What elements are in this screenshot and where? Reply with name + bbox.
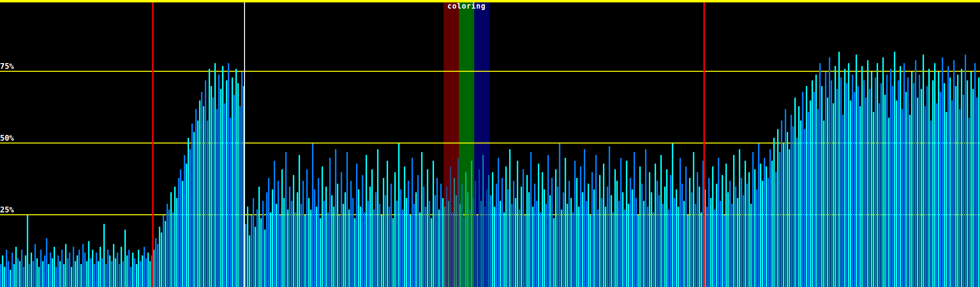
- bar: [306, 169, 308, 287]
- bar: [549, 195, 551, 287]
- bar: [159, 227, 160, 287]
- bar: [838, 52, 840, 287]
- bar: [218, 75, 220, 287]
- bar: [121, 247, 122, 287]
- bar: [214, 63, 216, 287]
- bar: [718, 158, 719, 287]
- bar: [678, 207, 679, 287]
- bar: [609, 146, 610, 287]
- bar: [90, 258, 91, 287]
- bar: [281, 169, 283, 287]
- bar: [456, 195, 457, 287]
- bar: [720, 201, 721, 287]
- bar: [921, 89, 922, 287]
- usage-meter-chart: 75%50%25% coloring: [0, 0, 980, 287]
- bar: [637, 215, 639, 287]
- bar: [480, 201, 482, 287]
- bar: [668, 210, 669, 287]
- bar: [643, 201, 645, 287]
- bar: [802, 92, 803, 287]
- bar: [911, 72, 913, 287]
- bar: [526, 175, 528, 287]
- bar: [161, 232, 162, 287]
- bar: [877, 63, 878, 287]
- bar: [498, 158, 499, 287]
- bar: [542, 172, 543, 287]
- bar: [628, 204, 629, 287]
- bar: [113, 244, 114, 287]
- bar: [496, 184, 497, 287]
- bar: [368, 201, 369, 287]
- bar: [220, 89, 222, 287]
- bar: [168, 210, 170, 287]
- bar: [11, 253, 13, 287]
- bar: [572, 212, 574, 287]
- bar: [341, 172, 342, 287]
- bar: [519, 210, 520, 287]
- bar: [947, 66, 949, 287]
- bar: [360, 207, 361, 287]
- bar: [750, 204, 752, 287]
- bar: [33, 261, 34, 287]
- bar: [308, 198, 310, 287]
- bar: [965, 55, 966, 287]
- bar: [442, 198, 444, 287]
- bar: [398, 144, 400, 287]
- bar: [930, 121, 932, 287]
- bar: [216, 109, 218, 287]
- bar: [291, 201, 292, 287]
- bar: [117, 253, 118, 287]
- bar: [861, 66, 863, 287]
- bar: [716, 184, 717, 287]
- bar: [285, 152, 287, 287]
- bar: [729, 181, 731, 287]
- bar: [951, 100, 953, 287]
- bar: [536, 201, 537, 287]
- bar: [530, 152, 532, 287]
- bar: [477, 215, 478, 287]
- bar: [17, 258, 19, 287]
- bar: [469, 210, 470, 287]
- bar: [471, 161, 472, 287]
- bar: [444, 207, 445, 287]
- bar: [748, 172, 750, 287]
- bar: [10, 270, 11, 287]
- bar: [320, 218, 321, 287]
- bar: [792, 126, 794, 287]
- bar: [825, 72, 826, 287]
- bar: [29, 264, 30, 287]
- bar: [540, 212, 541, 287]
- bar: [193, 132, 195, 287]
- bar: [561, 210, 562, 287]
- bar: [80, 264, 82, 287]
- bar: [509, 149, 511, 287]
- bar: [176, 198, 178, 287]
- bar: [957, 75, 958, 287]
- bar: [101, 258, 103, 287]
- bar: [666, 169, 668, 287]
- bar: [574, 161, 576, 287]
- bar: [664, 187, 666, 287]
- bar: [532, 207, 534, 287]
- bar: [375, 192, 377, 287]
- bar: [283, 198, 285, 287]
- bar: [2, 255, 3, 287]
- bar: [155, 238, 156, 287]
- bar: [390, 184, 392, 287]
- bar: [163, 215, 164, 287]
- bar: [500, 201, 501, 287]
- bar: [366, 155, 367, 287]
- bar: [737, 198, 738, 287]
- bar: [867, 60, 869, 287]
- bar: [235, 69, 237, 287]
- bar: [779, 152, 780, 287]
- bar: [923, 55, 924, 287]
- bar: [651, 192, 652, 287]
- bar: [475, 181, 476, 287]
- bar: [547, 155, 549, 287]
- bar: [396, 201, 398, 287]
- bar: [894, 52, 895, 287]
- bar: [915, 60, 916, 287]
- bar: [905, 92, 907, 287]
- bar: [82, 244, 84, 287]
